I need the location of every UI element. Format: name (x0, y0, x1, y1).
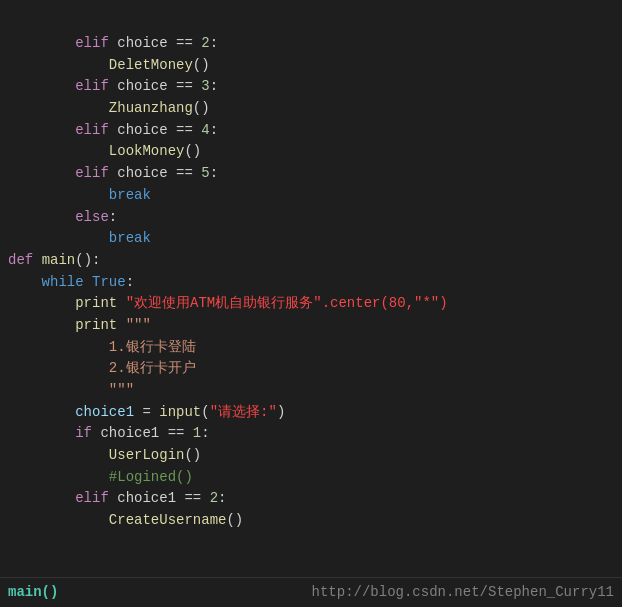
code-line: choice1 = input("请选择:") (0, 402, 622, 424)
code-line: elif choice == 2: (0, 33, 622, 55)
code-line: break (0, 228, 622, 250)
footer-url: http://blog.csdn.net/Stephen_Curry11 (312, 582, 614, 603)
code-line: 2.银行卡开户 (0, 358, 622, 380)
code-line: elif choice1 == 2: (0, 488, 622, 510)
code-line: if choice1 == 1: (0, 423, 622, 445)
footer: main() http://blog.csdn.net/Stephen_Curr… (0, 577, 622, 607)
code-line: Zhuanzhang() (0, 98, 622, 120)
code-line: #Logined() (0, 467, 622, 489)
code-line: """ (0, 380, 622, 402)
code-line: def main(): (0, 250, 622, 272)
code-line: 1.银行卡登陆 (0, 337, 622, 359)
code-line: print "欢迎使用ATM机自助银行服务".center(80,"*") (0, 293, 622, 315)
code-line: else: (0, 207, 622, 229)
code-line: while True: (0, 272, 622, 294)
code-line: LookMoney() (0, 141, 622, 163)
code-line: elif choice == 3: (0, 76, 622, 98)
footer-function: main() (8, 582, 58, 603)
code-line: UserLogin() (0, 445, 622, 467)
code-line: elif choice == 4: (0, 120, 622, 142)
code-line: elif choice == 5: (0, 163, 622, 185)
code-area: elif choice == 2: DeletMoney() elif choi… (0, 8, 622, 536)
code-line: break (0, 185, 622, 207)
code-line: print """ (0, 315, 622, 337)
code-line: DeletMoney() (0, 55, 622, 77)
code-line: CreateUsername() (0, 510, 622, 532)
